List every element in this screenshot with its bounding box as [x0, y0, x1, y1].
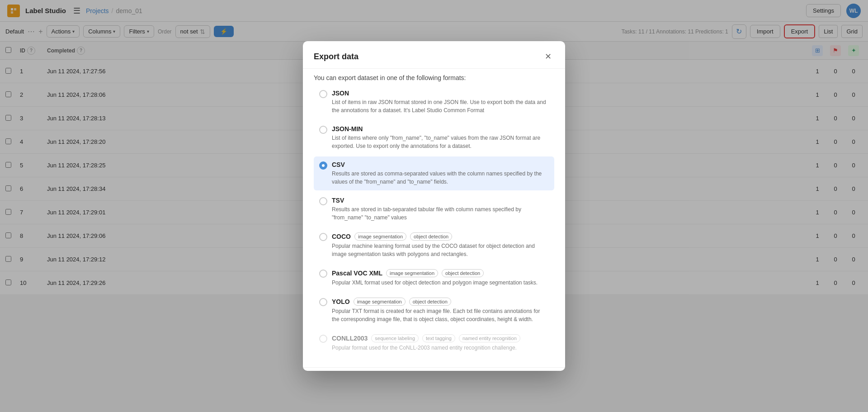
format-name-row-tsv: TSV [332, 197, 549, 204]
format-tag: object detection [442, 269, 484, 277]
format-option-tsv[interactable]: TSV Results are stored in tab-separated … [314, 192, 554, 226]
format-desc-tsv: Results are stored in tab-separated tabu… [332, 205, 549, 222]
format-content-pascal: Pascal VOC XML image segmentation object… [332, 269, 549, 287]
format-option-pascal[interactable]: Pascal VOC XML image segmentation object… [314, 265, 554, 291]
format-content-json-min: JSON-MIN List of items where only "from_… [332, 125, 549, 150]
format-option-coco[interactable]: COCO image segmentation object detection… [314, 228, 554, 263]
radio-coco[interactable] [319, 233, 327, 241]
format-name-row-json: JSON [332, 90, 549, 97]
modal-title: Export data [314, 52, 359, 62]
format-desc-json: List of items in raw JSON format stored … [332, 98, 549, 114]
format-desc-csv: Results are stored as comma-separated va… [332, 170, 549, 186]
format-name-row-pascal: Pascal VOC XML image segmentation object… [332, 269, 549, 277]
format-name-coco: COCO [332, 233, 351, 240]
radio-tsv[interactable] [319, 197, 327, 205]
format-option-csv[interactable]: CSV Results are stored as comma-separate… [314, 156, 554, 190]
format-name-row-csv: CSV [332, 161, 549, 168]
format-tag: image segmentation [354, 232, 406, 241]
radio-json[interactable] [319, 90, 327, 98]
modal-overlay[interactable]: Export data ✕ You can export dataset in … [0, 0, 868, 295]
format-name-row-json-min: JSON-MIN [332, 125, 549, 133]
radio-csv[interactable] [319, 161, 327, 170]
format-content-coco: COCO image segmentation object detection… [332, 232, 549, 258]
format-name-csv: CSV [332, 161, 345, 168]
format-desc-coco: Popular machine learning format used by … [332, 242, 549, 258]
modal-header: Export data ✕ [303, 41, 565, 69]
format-content-json: JSON List of items in raw JSON format st… [332, 90, 549, 114]
format-content-csv: CSV Results are stored as comma-separate… [332, 161, 549, 186]
format-content-tsv: TSV Results are stored in tab-separated … [332, 197, 549, 222]
format-list: JSON List of items in raw JSON format st… [303, 85, 565, 295]
format-name-json: JSON [332, 90, 349, 97]
format-desc-pascal: Popular XML format used for object detec… [332, 279, 549, 287]
modal-close-button[interactable]: ✕ [542, 50, 554, 63]
format-option-yolo[interactable]: YOLO image segmentation object detection… [314, 293, 554, 295]
format-option-json-min[interactable]: JSON-MIN List of items where only "from_… [314, 121, 554, 155]
export-modal: Export data ✕ You can export dataset in … [303, 41, 565, 295]
modal-subtitle: You can export dataset in one of the fol… [303, 69, 565, 85]
format-name-json-min: JSON-MIN [332, 125, 363, 133]
format-tag: object detection [410, 232, 452, 241]
format-desc-json-min: List of items where only "from_name", "t… [332, 134, 549, 150]
format-name-row-coco: COCO image segmentation object detection [332, 232, 549, 241]
radio-json-min[interactable] [319, 126, 327, 134]
format-name-pascal: Pascal VOC XML [332, 270, 382, 277]
format-name-tsv: TSV [332, 197, 344, 204]
radio-pascal[interactable] [319, 270, 327, 278]
format-option-json[interactable]: JSON List of items in raw JSON format st… [314, 85, 554, 119]
format-tag: image segmentation [386, 269, 438, 277]
